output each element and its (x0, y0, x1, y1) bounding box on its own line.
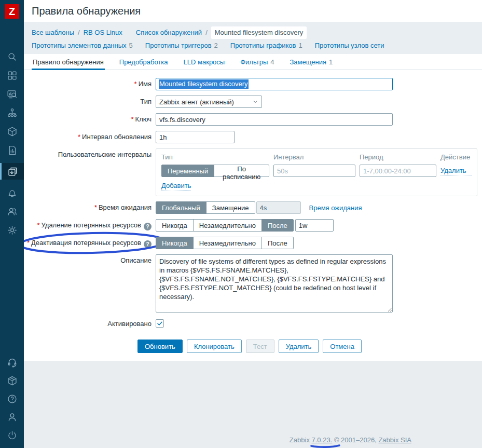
delete-lost-never-button[interactable]: Никогда (156, 219, 194, 232)
sidebar-item-help[interactable] (0, 393, 24, 404)
sidebar-item-administration[interactable] (0, 224, 24, 236)
users-icon (7, 206, 18, 217)
timeouts-link[interactable]: Время ожидания (309, 204, 362, 212)
interval-add-link[interactable]: Добавить (161, 182, 191, 191)
search-icon (7, 51, 18, 62)
sidebar-item-monitoring[interactable] (0, 88, 24, 100)
update-interval-label: *Интервал обновления (24, 131, 156, 141)
update-button[interactable]: Обновить (137, 340, 183, 353)
help-icon (7, 393, 18, 404)
delete-button[interactable]: Удалить (279, 340, 319, 353)
timeout-label: *Время ожидания (24, 201, 156, 211)
tab-lld-macros[interactable]: LLD макросы (183, 58, 226, 70)
zabbix-app: Z (0, 0, 482, 448)
interval-delay-input[interactable] (273, 165, 355, 177)
data-collection-icon (7, 166, 18, 177)
sidebar-item-users[interactable] (0, 206, 24, 217)
key-input[interactable] (156, 113, 393, 126)
headset-icon (7, 357, 18, 368)
timeout-override-button[interactable]: Замещение (206, 201, 255, 214)
user-icon (7, 412, 18, 423)
clone-button[interactable]: Клонировать (187, 340, 242, 353)
sidebar: Z (0, 0, 24, 448)
sidebar-item-user-profile[interactable] (0, 411, 24, 423)
delete-lost-immediately-button[interactable]: Незамедлительно (193, 219, 262, 232)
breadcrumb-separator: / (205, 28, 208, 38)
disable-lost-never-button[interactable]: Никогда (156, 237, 194, 249)
interval-period-input[interactable] (360, 165, 436, 177)
tab-overrides[interactable]: Замещения1 (288, 58, 334, 70)
column-interval: Интервал (273, 153, 355, 161)
help-icon[interactable]: ? (144, 240, 152, 248)
sidebar-item-dashboards[interactable] (0, 70, 24, 81)
sidebar-item-alerts[interactable] (0, 187, 24, 198)
sidebar-item-reports[interactable] (0, 144, 24, 156)
reports-icon (7, 145, 18, 156)
checkbox-checked-icon (157, 320, 163, 327)
timeout-value-input (256, 201, 301, 214)
breadcrumb-link-discovery-list[interactable]: Список обнаружений (136, 28, 202, 38)
delete-lost-label: *Удаление потерянных ресурсов? (24, 219, 156, 230)
type-select-value: Zabbix агент (активный) (159, 98, 234, 106)
selected-text: Mounted filesystem discovery (159, 79, 249, 89)
update-interval-input[interactable] (156, 131, 235, 143)
name-input[interactable]: Mounted filesystem discovery (156, 78, 393, 90)
graph-prototypes-count: 1 (298, 42, 302, 49)
disable-lost-after-button[interactable]: После (261, 237, 294, 249)
version-link[interactable]: 7.0.23. (312, 436, 333, 444)
name-label: *Имя (24, 78, 156, 88)
tab-preprocessing[interactable]: Предобработка (118, 58, 169, 70)
link-host-prototypes[interactable]: Прототипы узлов сети (315, 42, 384, 49)
tab-discovery-rule[interactable]: Правило обнаружения (32, 58, 105, 70)
column-type: Тип (161, 153, 269, 161)
description-textarea[interactable]: Discovery of file systems of different t… (156, 254, 393, 313)
power-icon (7, 430, 18, 441)
title-bar: Правила обнаружения (24, 0, 482, 22)
footer-copyright: © 2001–2026, (334, 436, 377, 444)
zabbix-logo[interactable]: Z (5, 4, 19, 19)
delete-lost-after-button[interactable]: После (261, 219, 294, 232)
discovery-rule-form: *Имя Mounted filesystem discovery Тип Za… (24, 70, 482, 353)
sidebar-item-data-collection[interactable] (0, 163, 24, 180)
sidebar-item-sign-out[interactable] (0, 429, 24, 441)
company-link[interactable]: Zabbix SIA (378, 436, 411, 444)
logo-letter: Z (9, 6, 15, 18)
dashboards-icon (7, 70, 18, 81)
delete-lost-after-input[interactable] (295, 219, 334, 232)
tabs: Правило обнаружения Предобработка LLD ма… (24, 54, 482, 70)
footer-brand: Zabbix (290, 436, 310, 444)
interval-type-flexible-button[interactable]: Переменный (161, 165, 214, 177)
type-select[interactable]: Zabbix агент (активный) (156, 96, 262, 108)
disable-lost-label: *Деактивация потерянных ресурсов? (24, 237, 156, 248)
description-label: Описание (24, 254, 156, 264)
tab-filters[interactable]: Фильтры4 (239, 58, 275, 70)
breadcrumb-separator: / (78, 28, 80, 38)
breadcrumb-link-template[interactable]: RB OS Linux (84, 28, 122, 38)
sidebar-item-inventory[interactable] (0, 126, 24, 137)
breadcrumb-link-all-templates[interactable]: Все шаблоны (32, 28, 74, 38)
sidebar-item-integrations[interactable] (0, 375, 24, 386)
breadcrumb: Все шаблоны / RB OS Linux Список обнаруж… (24, 22, 482, 54)
timeout-global-button[interactable]: Глобальный (156, 201, 206, 214)
custom-intervals-label: Пользовательские интервалы (24, 148, 156, 158)
inventory-icon (7, 126, 18, 137)
link-graph-prototypes[interactable]: Прототипы графиков (230, 42, 296, 49)
disable-lost-immediately-button[interactable]: Незамедлительно (193, 237, 262, 249)
sidebar-item-services[interactable] (0, 107, 24, 118)
gear-icon (7, 225, 18, 236)
sidebar-item-search[interactable] (0, 51, 24, 62)
help-icon[interactable]: ? (144, 223, 152, 230)
services-icon (7, 107, 18, 118)
sidebar-item-support[interactable] (0, 357, 24, 368)
cancel-button[interactable]: Отмена (323, 340, 362, 353)
interval-remove-link[interactable]: Удалить (440, 167, 472, 175)
link-trigger-prototypes[interactable]: Прототипы триггеров (145, 42, 212, 49)
column-action: Действие (440, 153, 472, 161)
form-actions: Обновить Клонировать Тест Удалить Отмена (137, 340, 482, 353)
enabled-checkbox[interactable] (156, 319, 164, 328)
annotation-underline (310, 444, 340, 448)
interval-type-scheduling-button[interactable]: По расписанию (214, 165, 269, 177)
custom-intervals-table: Тип Интервал Период Действие Переменный … (156, 148, 477, 196)
link-item-prototypes[interactable]: Прототипы элементов данных (32, 42, 127, 49)
chevron-down-icon (252, 99, 258, 105)
